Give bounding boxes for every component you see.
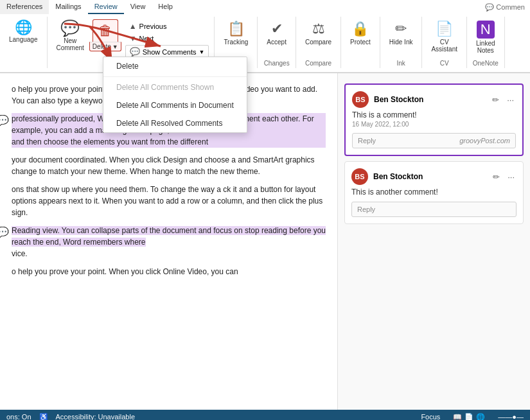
comment-actions-2: ✏ ··· <box>491 171 517 182</box>
language-icon: 🌐 <box>15 21 32 35</box>
cv-assistant-icon: 📄 <box>436 21 453 37</box>
view-buttons: 📖 📄 🌐 <box>453 413 485 421</box>
cv-assistant-label: CVAssistant <box>431 39 457 53</box>
reply-placeholder-2: Reply <box>357 206 375 213</box>
comment-indicator: 💬 Commen <box>485 3 525 12</box>
avatar-1: BS <box>352 91 369 108</box>
para-3: your document coordinated. When you clic… <box>12 154 326 177</box>
tab-review[interactable]: Review <box>88 0 124 14</box>
tab-mailings[interactable]: Mailings <box>49 0 87 14</box>
comment-text-2: This is another comment! <box>351 188 517 197</box>
delete-icon: 🗑 <box>98 22 112 39</box>
comment-card-2: BS Ben Stockton ✏ ··· This is another co… <box>344 161 524 224</box>
comment-header-2: BS Ben Stockton ✏ ··· <box>351 168 517 185</box>
reply-box-1[interactable]: Reply groovyPost.com <box>352 133 516 148</box>
next-button[interactable]: ▼ Next <box>125 33 209 44</box>
accept-button[interactable]: ✔ Accept <box>263 18 290 48</box>
hide-ink-label: Hide Ink <box>389 39 413 46</box>
cv-assistant-button[interactable]: 📄 CVAssistant <box>427 18 461 55</box>
comment-author-2: Ben Stockton <box>373 172 491 181</box>
comment-header-1: BS Ben Stockton ✏ ··· <box>352 91 516 108</box>
comment-more-button-1[interactable]: ··· <box>505 94 516 105</box>
next-arrow-icon: ▼ <box>129 34 137 43</box>
compare-button[interactable]: ⚖ Compare <box>301 18 335 48</box>
focus-label[interactable]: Focus <box>421 413 440 420</box>
tracking-button[interactable]: 📋 Tracking <box>220 18 252 48</box>
linked-notes-button[interactable]: N LinkedNotes <box>472 18 499 57</box>
accessibility-label: Accessibility: Unavailable <box>56 413 136 420</box>
compare-label: Compare <box>305 39 331 46</box>
group-changes-label: Changes <box>264 60 290 67</box>
dropdown-delete-all-doc[interactable]: Delete All Comments in Document <box>103 96 247 114</box>
delete-dropdown-button[interactable]: Delete ▼ <box>89 42 121 51</box>
avatar-2: BS <box>351 168 368 185</box>
comment-icon-1[interactable]: 💬 <box>0 113 9 128</box>
show-comments-label: Show Comments <box>143 48 197 56</box>
new-comment-button[interactable]: 💬 NewComment <box>53 18 88 54</box>
hide-ink-icon: ✏ <box>395 21 407 37</box>
tab-help[interactable]: Help <box>152 0 179 14</box>
language-button[interactable]: 🌐 Language <box>5 18 42 46</box>
comment-panel: BS Ben Stockton ✏ ··· This is a comment!… <box>337 73 530 410</box>
reply-box-2[interactable]: Reply <box>351 202 517 217</box>
comment-icon-2[interactable]: 💬 <box>0 225 9 240</box>
new-comment-icon: 💬 <box>60 21 80 36</box>
tab-references[interactable]: References <box>0 0 49 14</box>
comment-date-1: 16 May 2022, 12:00 <box>352 121 516 128</box>
status-ons: ons: On <box>6 413 31 420</box>
comment-actions-1: ✏ ··· <box>490 94 516 105</box>
dropdown-divider-1 <box>103 76 247 77</box>
group-onenote: N LinkedNotes OneNote <box>467 17 504 68</box>
hide-ink-button[interactable]: ✏ Hide Ink <box>385 18 417 48</box>
delete-main-button[interactable]: 🗑 <box>93 19 118 42</box>
show-comments-chevron-icon: ▼ <box>199 49 204 55</box>
delete-dropdown-menu: Delete Delete All Comments Shown Delete … <box>103 57 247 133</box>
accept-icon: ✔ <box>271 21 283 37</box>
ribbon-tabs: References Mailings Review View Help 💬 C… <box>0 0 530 14</box>
next-label: Next <box>139 35 154 42</box>
group-language: 🌐 Language <box>0 17 48 68</box>
zoom-slider[interactable]: ——●— <box>498 413 524 420</box>
delete-chevron-icon: ▼ <box>112 44 118 50</box>
tab-view[interactable]: View <box>124 0 152 14</box>
delete-label: Delete <box>93 43 111 50</box>
view-layout-icon[interactable]: 📄 <box>464 413 473 421</box>
ribbon-content: 🌐 Language 💬 NewComment 🗑 <box>0 14 530 73</box>
nav-group: ▲ Previous ▼ Next 💬 Show Comments ▼ <box>125 21 209 58</box>
view-read-icon[interactable]: 📖 <box>453 413 462 421</box>
dropdown-delete-all-shown: Delete All Comments Shown <box>103 78 247 96</box>
group-cv: 📄 CVAssistant CV <box>422 17 467 68</box>
group-ink: ✏ Hide Ink Ink <box>380 17 423 68</box>
protect-button[interactable]: 🔒 Protect <box>346 18 375 48</box>
dropdown-delete[interactable]: Delete <box>103 57 247 75</box>
view-web-icon[interactable]: 🌐 <box>476 413 485 421</box>
delete-button-container: 🗑 Delete ▼ <box>89 19 121 51</box>
onenote-icon: N <box>477 21 495 39</box>
group-compare-label: Compare <box>305 60 331 67</box>
previous-arrow-icon: ▲ <box>129 22 137 31</box>
comment-card-1: BS Ben Stockton ✏ ··· This is a comment!… <box>344 83 524 156</box>
group-compare: ⚖ Compare Compare <box>296 17 341 68</box>
group-changes: ✔ Accept Changes <box>258 17 296 68</box>
ribbon: References Mailings Review View Help 💬 C… <box>0 0 530 73</box>
language-label: Language <box>9 36 38 43</box>
comment-author-1: Ben Stockton <box>374 95 490 104</box>
compare-icon: ⚖ <box>312 21 325 37</box>
linked-notes-label: LinkedNotes <box>476 40 495 54</box>
group-protect: 🔒 Protect <box>341 17 380 68</box>
tracking-label: Tracking <box>224 39 248 46</box>
new-comment-label: NewComment <box>57 37 84 51</box>
comment-edit-button-2[interactable]: ✏ <box>491 171 502 182</box>
previous-label: Previous <box>139 22 167 30</box>
accessibility-icon: ♿ <box>39 413 48 421</box>
comment-more-button-2[interactable]: ··· <box>506 171 517 182</box>
status-bar: ons: On ♿ Accessibility: Unavailable Foc… <box>0 410 530 420</box>
reply-watermark-1: groovyPost.com <box>459 137 510 144</box>
group-cv-label: CV <box>440 60 449 67</box>
group-onenote-label: OneNote <box>473 60 499 67</box>
comment-edit-button-1[interactable]: ✏ <box>490 94 501 105</box>
previous-button[interactable]: ▲ Previous <box>125 21 209 32</box>
dropdown-delete-all-resolved[interactable]: Delete All Resolved Comments <box>103 114 247 132</box>
para-5: Reading view. You can collapse parts of … <box>12 225 326 259</box>
main-area: o help you prove your point. When you cl… <box>0 73 530 410</box>
